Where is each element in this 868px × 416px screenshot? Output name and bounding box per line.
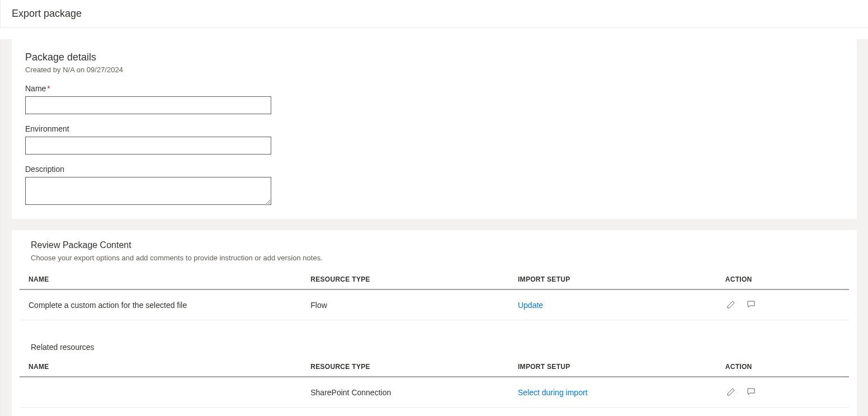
col-name-header: NAME — [20, 270, 301, 289]
table-row: SharePoint Connection Select during impo… — [20, 377, 849, 408]
environment-input[interactable] — [25, 137, 271, 155]
row-type: SharePoint Connection — [301, 377, 509, 408]
rel-col-name: NAME — [20, 357, 301, 377]
name-input[interactable] — [25, 96, 271, 114]
review-panel: Review Package Content Choose your expor… — [12, 230, 857, 416]
import-setup-link[interactable]: Update — [518, 301, 543, 310]
edit-icon[interactable] — [725, 299, 737, 310]
rel-col-type: RESOURCE TYPE — [301, 357, 509, 377]
environment-label: Environment — [25, 124, 843, 133]
details-heading: Package details — [25, 52, 843, 63]
page-title: Export package — [0, 0, 868, 28]
description-input[interactable] — [25, 177, 271, 205]
rel-col-import: IMPORT SETUP — [509, 357, 716, 377]
related-heading: Related resources — [20, 343, 849, 352]
edit-icon[interactable] — [725, 386, 737, 398]
col-action-header: ACTION — [716, 270, 849, 289]
comment-icon[interactable] — [746, 299, 757, 310]
row-name: Complete a custom action for the selecte… — [20, 289, 301, 320]
import-setup-link[interactable]: Select during import — [518, 388, 588, 397]
package-details-panel: Package details Created by N/A on 09/27/… — [12, 39, 857, 219]
page-title-text: Export package — [12, 8, 82, 19]
details-created: Created by N/A on 09/27/2024 — [25, 66, 843, 74]
review-heading: Review Package Content — [20, 240, 849, 250]
row-name — [20, 377, 301, 408]
col-type-header: RESOURCE TYPE — [301, 270, 509, 289]
related-table: NAME RESOURCE TYPE IMPORT SETUP ACTION S… — [20, 357, 849, 408]
rel-col-action: ACTION — [716, 357, 849, 377]
col-import-header: IMPORT SETUP — [509, 270, 716, 289]
review-subtitle: Choose your export options and add comme… — [20, 254, 849, 262]
row-type: Flow — [301, 289, 509, 320]
content-table: NAME RESOURCE TYPE IMPORT SETUP ACTION C… — [20, 270, 849, 320]
description-label: Description — [25, 165, 843, 174]
comment-icon[interactable] — [746, 386, 757, 398]
name-label: Name* — [25, 84, 843, 93]
table-row: Complete a custom action for the selecte… — [20, 289, 849, 320]
